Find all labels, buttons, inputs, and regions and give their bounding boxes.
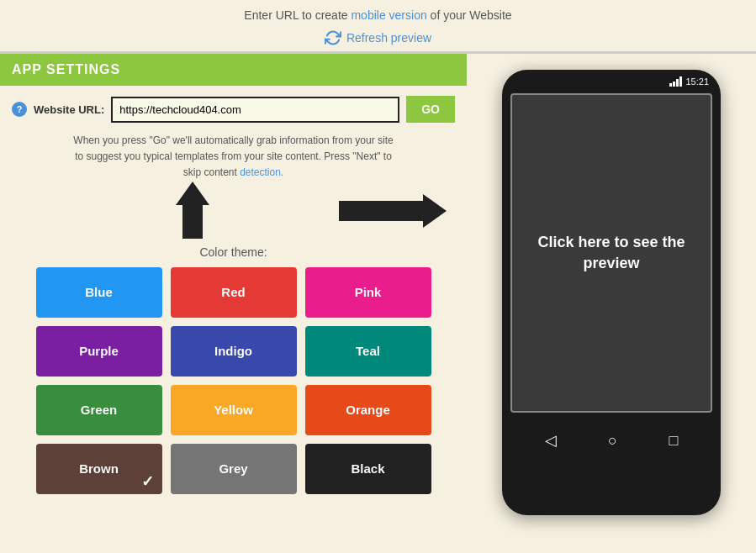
color-btn-grey[interactable]: Grey bbox=[171, 444, 297, 494]
url-row: ? Website URL: GO bbox=[0, 86, 467, 133]
arrow-right bbox=[339, 194, 447, 228]
color-btn-yellow[interactable]: Yellow bbox=[171, 385, 297, 435]
color-btn-orange[interactable]: Orange bbox=[305, 385, 431, 435]
url-label: Website URL: bbox=[34, 103, 104, 116]
home-button[interactable]: ○ bbox=[608, 432, 617, 450]
refresh-icon bbox=[325, 29, 341, 46]
color-btn-pink[interactable]: Pink bbox=[305, 267, 431, 318]
refresh-area[interactable]: Refresh preview bbox=[0, 26, 756, 51]
mobile-version-link[interactable]: mobile version bbox=[351, 8, 426, 22]
arrow-up bbox=[176, 182, 209, 239]
phone-frame: 15:21 Click here to see the preview ◁ ○ … bbox=[502, 70, 721, 515]
color-grid: BlueRedPinkPurpleIndigoTealGreenYellowOr… bbox=[0, 267, 467, 506]
info-text: When you press "Go" we'll automatically … bbox=[0, 133, 467, 190]
url-input[interactable] bbox=[111, 97, 399, 123]
detection-link[interactable]: detection. bbox=[240, 166, 283, 178]
color-btn-black[interactable]: Black bbox=[305, 444, 431, 494]
left-panel: APP SETTINGS ? Website URL: GO When you … bbox=[0, 54, 467, 531]
color-btn-blue[interactable]: Blue bbox=[36, 267, 162, 318]
right-panel: 15:21 Click here to see the preview ◁ ○ … bbox=[467, 54, 756, 531]
tagline: Enter URL to create mobile version of yo… bbox=[0, 0, 756, 26]
phone-nav-bar: ◁ ○ □ bbox=[502, 421, 721, 460]
arrows-area bbox=[12, 190, 455, 240]
app-settings-header: APP SETTINGS bbox=[0, 54, 467, 86]
phone-screen[interactable]: Click here to see the preview bbox=[510, 93, 712, 413]
phone-status-bar: 15:21 bbox=[502, 70, 721, 90]
color-theme-label: Color theme: bbox=[0, 240, 467, 267]
refresh-label: Refresh preview bbox=[346, 31, 431, 45]
phone-wrapper: 15:21 Click here to see the preview ◁ ○ … bbox=[502, 70, 721, 515]
color-btn-green[interactable]: Green bbox=[36, 385, 162, 435]
question-icon: ? bbox=[12, 102, 27, 117]
recents-button[interactable]: □ bbox=[669, 432, 678, 450]
color-btn-brown[interactable]: Brown bbox=[36, 444, 162, 494]
color-btn-teal[interactable]: Teal bbox=[305, 326, 431, 377]
go-button[interactable]: GO bbox=[406, 96, 455, 123]
signal-bars bbox=[669, 76, 682, 87]
color-btn-purple[interactable]: Purple bbox=[36, 326, 162, 377]
preview-text: Click here to see the preview bbox=[512, 232, 711, 274]
color-btn-red[interactable]: Red bbox=[171, 267, 297, 318]
back-button[interactable]: ◁ bbox=[545, 431, 557, 450]
color-btn-indigo[interactable]: Indigo bbox=[171, 326, 297, 377]
phone-time: 15:21 bbox=[685, 76, 709, 87]
